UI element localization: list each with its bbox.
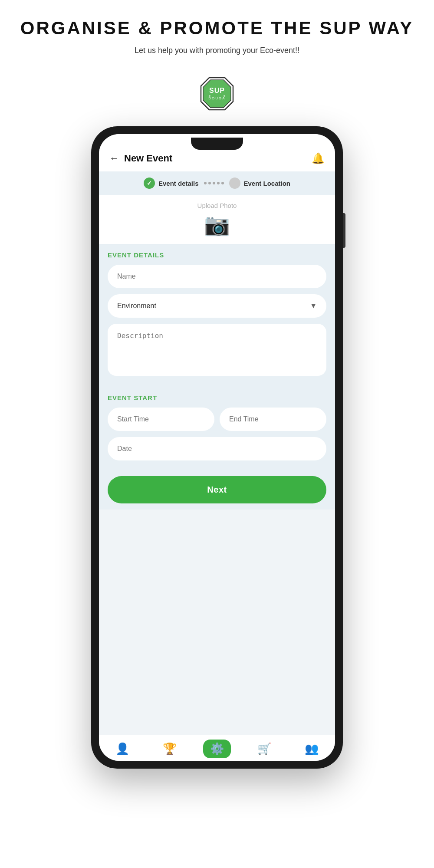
- upload-label: Upload Photo: [197, 202, 237, 209]
- app-title: New Event: [124, 153, 172, 164]
- page-header: ORGANISE & PROMOTE THE SUP WAY Let us he…: [0, 0, 434, 74]
- app-content: Upload Photo 📷 EVENT DETAILS Environment…: [99, 195, 335, 735]
- step-1-label: Event details: [158, 180, 199, 187]
- name-input[interactable]: [108, 265, 326, 288]
- upload-section[interactable]: Upload Photo 📷: [99, 195, 335, 244]
- notification-icon[interactable]: 🔔: [312, 152, 325, 164]
- category-value: Environment: [117, 302, 156, 310]
- category-dropdown[interactable]: Environment ▼: [108, 294, 326, 318]
- bottom-nav: 👤 🏆 ⚙️ 🛒 👥: [99, 735, 335, 761]
- page-subtitle: Let us help you with promoting your Eco-…: [17, 46, 417, 55]
- community-icon: 👥: [305, 742, 319, 756]
- end-time-input[interactable]: [220, 408, 326, 431]
- nav-item-profile[interactable]: 👤: [108, 740, 136, 758]
- dropdown-arrow-icon: ▼: [310, 302, 317, 310]
- phone-frame: ← New Event 🔔 ✓ Event details Event Loca…: [91, 126, 343, 769]
- back-button[interactable]: ←: [109, 153, 119, 164]
- date-input[interactable]: [108, 437, 326, 460]
- step-2-label: Event Location: [244, 180, 291, 187]
- phone-notch: [191, 138, 243, 150]
- camera-icon: 📷: [204, 213, 230, 237]
- phone-screen: ← New Event 🔔 ✓ Event details Event Loca…: [99, 134, 335, 761]
- event-details-title: EVENT DETAILS: [108, 251, 326, 259]
- step-1: ✓ Event details: [144, 178, 199, 189]
- nav-item-trophy[interactable]: 🏆: [156, 740, 184, 758]
- page-title: ORGANISE & PROMOTE THE SUP WAY: [17, 17, 417, 39]
- header-left: ← New Event: [109, 153, 172, 164]
- step-2-circle: [229, 178, 240, 189]
- svg-point-5: [224, 95, 225, 97]
- trophy-icon: 🏆: [163, 742, 177, 756]
- step-2: Event Location: [229, 178, 291, 189]
- step-1-check: ✓: [144, 178, 155, 189]
- event-start-title: EVENT START: [108, 394, 326, 401]
- start-time-input[interactable]: [108, 408, 214, 431]
- progress-steps: ✓ Event details Event Location: [99, 171, 335, 195]
- sup-logo-container: SUP DOUGA: [197, 74, 237, 113]
- svg-text:DOUGA: DOUGA: [208, 96, 225, 100]
- phone-side-button: [343, 213, 345, 248]
- description-input[interactable]: [108, 324, 326, 376]
- svg-point-4: [209, 95, 210, 97]
- nav-item-shop[interactable]: 🛒: [250, 740, 278, 758]
- nav-item-community[interactable]: 👥: [298, 740, 326, 758]
- next-btn-container: Next: [99, 470, 335, 510]
- app-header: ← New Event 🔔: [99, 147, 335, 171]
- profile-icon: 👤: [115, 742, 129, 756]
- step-divider: [204, 182, 224, 184]
- next-button[interactable]: Next: [108, 476, 326, 503]
- event-details-section: EVENT DETAILS Environment ▼: [99, 244, 335, 387]
- settings-icon: ⚙️: [210, 742, 224, 756]
- time-row: [108, 408, 326, 431]
- svg-text:SUP: SUP: [209, 87, 225, 94]
- sup-logo: SUP DOUGA: [197, 74, 237, 113]
- nav-item-settings[interactable]: ⚙️: [203, 740, 231, 758]
- shop-icon: 🛒: [257, 742, 271, 756]
- event-start-section: EVENT START: [99, 387, 335, 470]
